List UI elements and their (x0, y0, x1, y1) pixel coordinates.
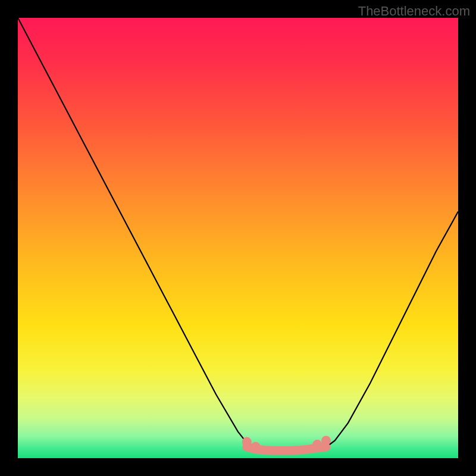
plot-area (18, 18, 458, 458)
watermark-text: TheBottleneck.com (358, 4, 470, 19)
svg-point-2 (251, 442, 261, 452)
bottom-marker-band (242, 436, 331, 451)
chart-curves (18, 18, 458, 458)
svg-point-3 (312, 440, 322, 449)
svg-point-4 (321, 436, 331, 445)
right-curve (326, 212, 458, 447)
svg-point-1 (242, 437, 252, 447)
left-curve (18, 18, 256, 447)
